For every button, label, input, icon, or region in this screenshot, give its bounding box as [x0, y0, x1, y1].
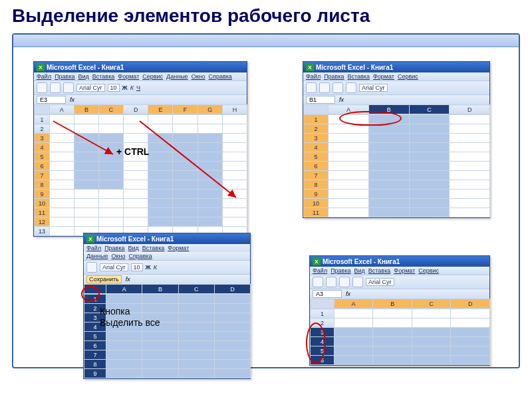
cell[interactable]: [142, 360, 178, 369]
bold-button[interactable]: Ж: [122, 84, 128, 91]
menu-data[interactable]: Данные: [166, 73, 188, 80]
cell[interactable]: [214, 304, 250, 313]
menu-edit[interactable]: Правка: [55, 73, 74, 80]
row-header[interactable]: 7: [304, 171, 329, 180]
row-header[interactable]: 9: [84, 369, 106, 378]
spreadsheet-grid[interactable]: A B C D: [310, 299, 490, 309]
row-header[interactable]: 4: [35, 143, 50, 152]
row-header[interactable]: 3: [311, 328, 334, 337]
col-header-selected[interactable]: B: [142, 285, 178, 294]
menu-tools[interactable]: Сервис: [418, 267, 439, 274]
cell[interactable]: [99, 134, 124, 143]
cell[interactable]: [49, 190, 74, 199]
cell[interactable]: [124, 134, 148, 143]
cell[interactable]: [99, 171, 124, 180]
col-header-selected[interactable]: A: [106, 285, 142, 294]
menu-data[interactable]: Данные: [86, 253, 108, 259]
cell[interactable]: [148, 134, 173, 143]
cell[interactable]: [450, 190, 490, 199]
cell[interactable]: [173, 115, 198, 124]
cell[interactable]: [148, 199, 173, 208]
cell[interactable]: [49, 199, 74, 208]
cell[interactable]: [373, 319, 412, 328]
col-header-selected[interactable]: C: [409, 105, 450, 114]
col-header[interactable]: B: [74, 105, 98, 114]
cell[interactable]: [198, 190, 222, 199]
cell[interactable]: [368, 124, 409, 134]
menu-tools[interactable]: Сервис: [398, 73, 418, 80]
cell[interactable]: [99, 162, 124, 171]
cell[interactable]: [450, 162, 490, 171]
select-all-corner[interactable]: [304, 105, 329, 114]
cell[interactable]: [178, 369, 214, 378]
cell[interactable]: [450, 143, 490, 152]
cell[interactable]: [368, 143, 409, 152]
cell[interactable]: [173, 199, 198, 208]
cell[interactable]: [409, 190, 450, 199]
cell[interactable]: [450, 171, 490, 180]
row-header[interactable]: 2: [35, 124, 50, 134]
cell[interactable]: [99, 190, 124, 199]
cell[interactable]: [368, 152, 409, 162]
col-header[interactable]: A: [334, 299, 373, 309]
col-header-selected[interactable]: D: [214, 285, 250, 294]
cell[interactable]: [409, 199, 450, 208]
col-header[interactable]: G: [198, 105, 222, 114]
cell[interactable]: [450, 199, 490, 208]
cell[interactable]: [409, 134, 450, 143]
cell[interactable]: [329, 208, 369, 217]
font-name-box[interactable]: Arial Cyr: [76, 84, 105, 92]
menu-edit[interactable]: Правка: [104, 245, 124, 251]
menu-format[interactable]: Формат: [118, 73, 139, 80]
cell[interactable]: [99, 180, 124, 190]
cell[interactable]: [49, 115, 74, 124]
row-header[interactable]: 8: [84, 360, 106, 369]
cell[interactable]: [373, 309, 412, 319]
menu-edit[interactable]: Правка: [331, 267, 350, 274]
cell[interactable]: [334, 328, 373, 337]
row-header[interactable]: 9: [304, 190, 329, 199]
font-size-box[interactable]: 10: [108, 84, 120, 92]
cell[interactable]: [49, 217, 74, 227]
new-icon[interactable]: [306, 82, 317, 93]
menu-view[interactable]: Вид: [128, 245, 139, 251]
cell[interactable]: [124, 180, 148, 190]
cell[interactable]: [173, 208, 198, 217]
cell[interactable]: [450, 208, 490, 217]
cell[interactable]: [368, 208, 409, 217]
cell[interactable]: [173, 162, 198, 171]
cell[interactable]: [451, 337, 490, 346]
cell[interactable]: [222, 134, 247, 143]
print-icon[interactable]: [352, 277, 363, 287]
cell[interactable]: [329, 115, 369, 124]
row-header[interactable]: 2: [304, 124, 329, 134]
select-all-corner[interactable]: [311, 299, 334, 309]
col-header-selected[interactable]: C: [178, 285, 214, 294]
col-header[interactable]: E: [148, 105, 173, 114]
fx-icon[interactable]: fx: [70, 96, 74, 103]
cell[interactable]: [124, 124, 148, 134]
col-header[interactable]: C: [412, 299, 451, 309]
cell[interactable]: [74, 208, 98, 217]
save-icon[interactable]: [339, 277, 350, 287]
cell[interactable]: [412, 309, 451, 319]
row-header[interactable]: 6: [311, 356, 334, 365]
cell[interactable]: [49, 124, 74, 134]
cell[interactable]: [222, 115, 247, 124]
cell[interactable]: [409, 143, 450, 152]
bold-button[interactable]: Ж: [146, 264, 151, 271]
cell[interactable]: [329, 143, 369, 152]
cell[interactable]: [450, 152, 490, 162]
cell[interactable]: [106, 341, 142, 350]
menu-insert[interactable]: Вставка: [348, 73, 370, 80]
open-icon[interactable]: [319, 82, 330, 93]
cell[interactable]: [178, 304, 214, 313]
italic-button[interactable]: К: [130, 84, 134, 91]
cell[interactable]: [214, 369, 250, 378]
fx-icon[interactable]: fx: [346, 291, 350, 297]
select-all-corner[interactable]: [35, 105, 50, 114]
cell[interactable]: [214, 295, 250, 304]
menu-edit[interactable]: Правка: [324, 73, 344, 80]
cell[interactable]: [49, 162, 74, 171]
menu-window[interactable]: Окно: [112, 253, 126, 259]
